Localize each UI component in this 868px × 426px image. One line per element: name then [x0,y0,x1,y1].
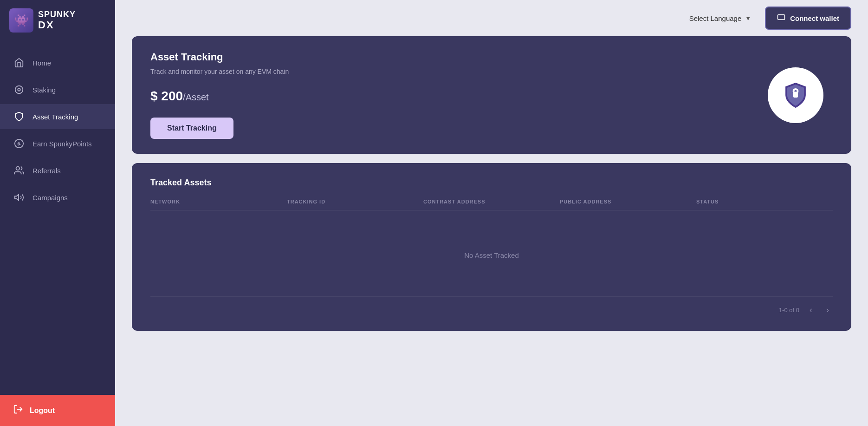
svg-rect-7 [778,15,785,20]
pagination-range: 1-0 of 0 [779,307,799,314]
sidebar-item-asset-tracking[interactable]: Asset Tracking [0,104,115,129]
home-icon [13,57,25,69]
language-selector[interactable]: Select Language ▼ [683,10,758,27]
logo-line2: DX [38,20,76,31]
svg-point-4 [16,167,19,170]
sidebar-item-label-staking: Staking [32,86,56,94]
logout-icon [13,404,23,417]
col-network: NETWORK [150,199,287,204]
sidebar-item-earn-spunkypoints[interactable]: $ Earn SpunkyPoints [0,131,115,156]
logo-line1: SPUNKY [38,10,76,20]
start-tracking-button[interactable]: Start Tracking [150,118,233,139]
connect-wallet-button[interactable]: Connect wallet [765,7,851,30]
campaigns-icon [13,191,25,203]
asset-tracking-subtitle: Track and monitor your asset on any EVM … [150,68,833,75]
svg-point-1 [18,88,20,91]
price-value: $ 200 [150,89,183,103]
col-status: STATUS [696,199,833,204]
main-content: Select Language ▼ Connect wallet Asset T… [115,0,868,426]
content-area: Asset Tracking Track and monitor your as… [115,36,868,347]
sidebar-item-home[interactable]: Home [0,50,115,75]
pagination-next-button[interactable]: › [823,304,833,316]
sidebar-item-label-campaigns: Campaigns [32,194,68,202]
svg-text:$: $ [17,142,19,146]
nav-menu: Home Staking Asset Tracking $ Earn Spunk… [0,41,115,395]
svg-marker-5 [15,195,19,201]
sidebar-item-referrals[interactable]: Referrals [0,158,115,183]
topbar: Select Language ▼ Connect wallet [115,0,868,36]
sidebar: 👾 SPUNKY DX Home Staking Asset Tracking [0,0,115,426]
per-asset-label: /Asset [183,92,209,102]
staking-icon [13,84,25,96]
col-tracking-id: TRACKING ID [287,199,423,204]
sidebar-item-label-earn: Earn SpunkyPoints [32,140,92,148]
sidebar-item-label-home: Home [32,59,51,67]
earn-icon: $ [13,138,25,150]
logout-label: Logout [30,406,55,415]
logout-button[interactable]: Logout [0,395,115,426]
table-empty-message: No Asset Tracked [150,214,833,296]
asset-tracking-title: Asset Tracking [150,51,833,63]
sidebar-item-campaigns[interactable]: Campaigns [0,185,115,210]
logo: 👾 SPUNKY DX [0,0,115,41]
table-header: NETWORK TRACKING ID CONTRAST ADDRESS PUB… [150,199,833,210]
connect-wallet-label: Connect wallet [790,14,839,22]
language-label: Select Language [689,14,742,22]
sidebar-item-label-referrals: Referrals [32,167,61,175]
sidebar-item-label-asset-tracking: Asset Tracking [32,113,78,121]
svg-point-0 [15,86,23,94]
asset-tracking-icon [13,111,25,123]
wallet-icon [777,13,785,23]
col-contrast-address: CONTRAST ADDRESS [423,199,560,204]
table-footer: 1-0 of 0 ‹ › [150,296,833,316]
shield-large-icon [768,67,823,123]
referrals-icon [13,164,25,177]
col-public-address: PUBLIC ADDRESS [560,199,696,204]
chevron-down-icon: ▼ [745,15,751,22]
pagination-prev-button[interactable]: ‹ [806,304,816,316]
tracked-assets-title: Tracked Assets [150,178,833,188]
logo-text: SPUNKY DX [38,10,76,31]
tracked-assets-card: Tracked Assets NETWORK TRACKING ID CONTR… [132,163,851,331]
asset-tracking-card: Asset Tracking Track and monitor your as… [132,36,851,154]
logo-icon: 👾 [9,8,33,33]
sidebar-item-staking[interactable]: Staking [0,77,115,102]
price-display: $ 200/Asset [150,85,833,105]
